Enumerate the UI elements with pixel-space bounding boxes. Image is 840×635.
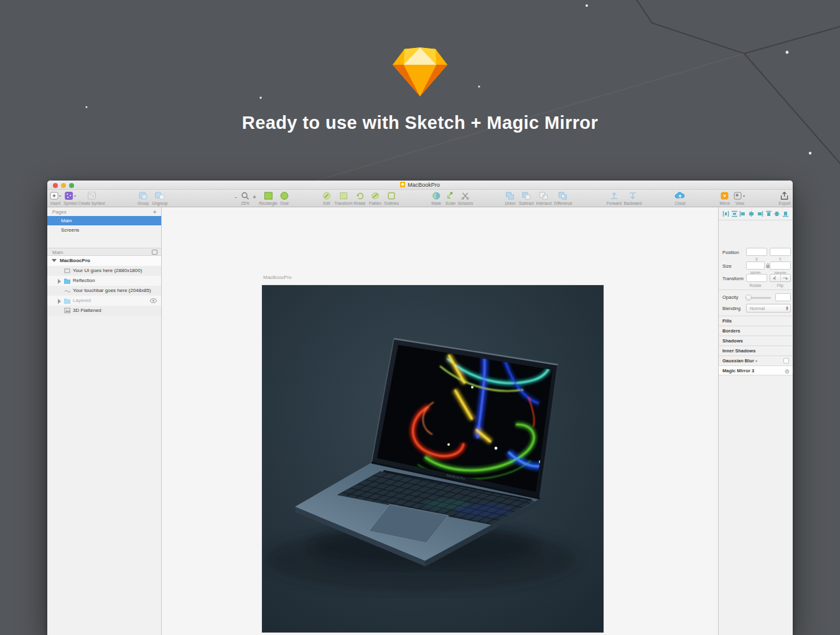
edit-button[interactable]: Edit xyxy=(322,191,331,205)
position-y-input[interactable] xyxy=(770,248,791,256)
magic-mirror-section[interactable]: Magic Mirror 3 ⚙ xyxy=(719,365,793,375)
scissors-button[interactable]: Scissors xyxy=(458,191,474,205)
folder-icon xyxy=(64,298,70,304)
opacity-slider[interactable] xyxy=(746,297,771,299)
scale-icon xyxy=(446,191,455,200)
artboard-macbook-render[interactable]: MacBook Pro xyxy=(262,285,604,633)
view-icon xyxy=(734,191,746,200)
inspector-panel: Position X Y Size Width Height Transform… xyxy=(718,207,793,635)
borders-section[interactable]: Borders xyxy=(719,326,793,336)
sidebar-page-screens[interactable]: Screens xyxy=(47,225,161,235)
pages-header: Pages + xyxy=(47,207,161,216)
gear-icon[interactable]: ⚙ xyxy=(785,367,790,377)
layer-row-artboard[interactable]: MacBoocPro xyxy=(47,256,161,266)
rectangle-tool-button[interactable]: Rectangle xyxy=(259,191,277,205)
stepper-icon: ▲▼ xyxy=(785,306,789,311)
intersect-button[interactable]: Intersect xyxy=(536,191,552,205)
zoom-out-button[interactable]: - xyxy=(235,194,236,200)
symbol-icon xyxy=(63,191,77,200)
layer-row-touchbar[interactable]: Your touchbar goes here (2048x85) xyxy=(47,286,161,296)
rectangle-layer-icon xyxy=(64,268,70,274)
align-right-icon[interactable] xyxy=(757,210,763,217)
intersect-icon xyxy=(536,191,552,200)
layer-row-3d-flattened[interactable]: 3D Flattened xyxy=(47,306,161,316)
shadows-section[interactable]: Shadows xyxy=(719,336,793,346)
outlines-icon xyxy=(384,191,399,200)
oval-tool-button[interactable]: Oval xyxy=(280,191,289,205)
flatten-button[interactable]: Flatten xyxy=(369,191,381,205)
eye-visibility-icon[interactable] xyxy=(150,298,157,303)
flip-horizontal-button[interactable] xyxy=(770,275,780,281)
cloud-button[interactable]: Cloud xyxy=(674,191,686,205)
align-middle-vertical-icon[interactable] xyxy=(773,210,780,217)
fills-section[interactable]: Fills xyxy=(719,316,793,326)
toolbar: Insert Symbol Create Symbol Group Ungrou… xyxy=(47,190,793,207)
backward-button[interactable]: Backward xyxy=(624,191,642,205)
layers-list-header: Main xyxy=(47,248,161,256)
sketch-document-icon xyxy=(400,182,405,187)
union-icon xyxy=(505,191,516,200)
mask-button[interactable]: Mask xyxy=(431,191,441,205)
blending-select[interactable]: Normal ▲▼ xyxy=(746,304,791,313)
position-label: Position xyxy=(722,250,739,255)
align-bottom-icon[interactable] xyxy=(782,210,789,217)
rotate-button[interactable]: Rotate xyxy=(353,191,365,205)
forward-button[interactable]: Forward xyxy=(607,191,622,205)
scale-button[interactable]: Scale xyxy=(446,191,455,205)
create-symbol-button[interactable]: Create Symbol xyxy=(78,191,105,205)
height-input[interactable] xyxy=(770,261,791,270)
artboard-filter-icon[interactable] xyxy=(152,250,157,255)
disclosure-right-icon[interactable] xyxy=(58,279,61,284)
zoom-in-button[interactable]: + xyxy=(253,194,256,200)
union-button[interactable]: Union xyxy=(505,191,516,205)
zoom-control[interactable]: 25% xyxy=(241,191,249,205)
subtract-icon xyxy=(519,191,534,200)
inner-shadows-section[interactable]: Inner Shadows xyxy=(719,346,793,355)
layer-row-layered[interactable]: Layered xyxy=(47,296,161,306)
edit-icon xyxy=(322,191,331,200)
flip-vertical-button[interactable] xyxy=(780,275,791,281)
width-input[interactable] xyxy=(746,261,765,270)
add-page-button[interactable]: + xyxy=(153,208,157,215)
view-button[interactable]: View xyxy=(734,191,746,205)
sidebar-page-main[interactable]: Main xyxy=(47,216,161,225)
disclosure-down-icon[interactable] xyxy=(52,259,57,262)
difference-button[interactable]: Difference xyxy=(554,191,572,205)
subtract-button[interactable]: Subtract xyxy=(519,191,534,205)
magic-mirror-label: Magic Mirror 3 xyxy=(722,368,754,374)
outlines-button[interactable]: Outlines xyxy=(384,191,399,205)
forward-icon xyxy=(607,191,622,200)
export-button[interactable]: Export xyxy=(779,191,791,205)
rectangle-icon xyxy=(259,191,277,200)
alignment-toolbar xyxy=(719,207,793,220)
rotate-input[interactable] xyxy=(746,274,767,282)
align-top-icon[interactable] xyxy=(765,210,772,217)
lock-ratio-icon[interactable] xyxy=(766,263,770,268)
gaussian-blur-checkbox[interactable] xyxy=(783,358,789,364)
symbol-button[interactable]: Symbol xyxy=(63,191,77,205)
mirror-icon xyxy=(720,191,730,200)
group-button[interactable]: Group xyxy=(138,191,149,205)
artboard-label[interactable]: MacBoocPro xyxy=(263,275,292,280)
transform-label: Transform xyxy=(722,276,744,281)
gaussian-blur-section[interactable]: Gaussian Blur ▾ xyxy=(719,355,793,365)
rotate-icon xyxy=(353,191,365,200)
image-layer-icon xyxy=(64,308,70,314)
align-left-icon[interactable] xyxy=(739,210,746,217)
transform-icon xyxy=(334,191,352,200)
mask-icon xyxy=(431,191,441,200)
opacity-input[interactable] xyxy=(775,293,791,301)
distribute-horizontally-icon[interactable] xyxy=(722,210,729,217)
insert-button[interactable]: Insert xyxy=(50,191,61,205)
align-center-horizontal-icon[interactable] xyxy=(748,210,755,217)
layer-row-reflection[interactable]: Reflection xyxy=(47,276,161,286)
layer-row-ui[interactable]: Your UI goes here (2880x1800) xyxy=(47,266,161,276)
position-x-input[interactable] xyxy=(746,248,767,256)
disclosure-right-icon[interactable] xyxy=(58,299,61,304)
mirror-button[interactable]: Mirror xyxy=(720,191,730,205)
distribute-vertically-icon[interactable] xyxy=(731,210,738,217)
ungroup-button[interactable]: Ungroup xyxy=(152,191,168,205)
transform-button[interactable]: Transform xyxy=(334,191,352,205)
opacity-slider-knob[interactable] xyxy=(745,294,752,301)
canvas[interactable]: MacBoocPro xyxy=(162,207,718,635)
